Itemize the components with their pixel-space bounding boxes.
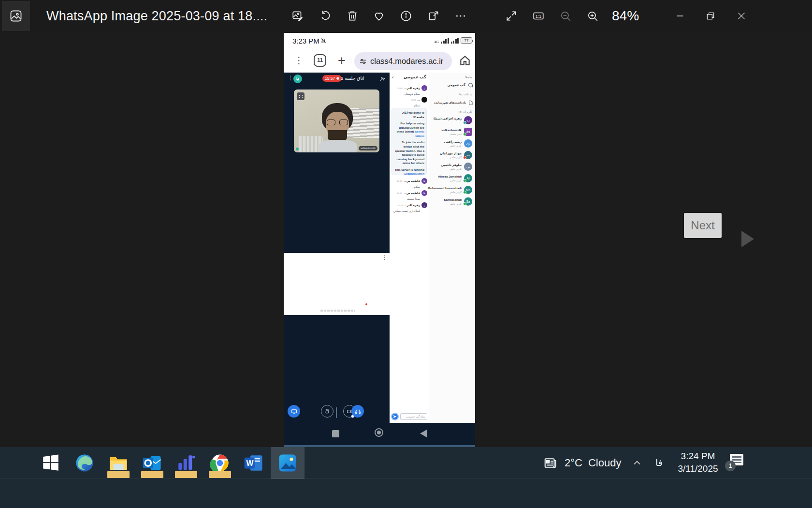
user-status-badge (463, 179, 466, 182)
bbb-options-icon[interactable]: ⋮ (288, 75, 293, 81)
chat-input-row: پیام گپ عمومی (391, 412, 427, 421)
home-glyph (459, 54, 471, 67)
welcome-paragraph: This server is running BigBlueButton. (394, 168, 424, 176)
message-time: 15:03 (410, 99, 416, 101)
send-message-button[interactable] (391, 413, 399, 420)
send-icon (393, 415, 397, 418)
close-button[interactable] (730, 0, 753, 32)
signal-icon-1 (441, 38, 449, 44)
shared-notes-item[interactable]: یادداشت‌های هم‌رسانده (431, 98, 473, 107)
webcam-name-label: esfkardousi4k (359, 146, 377, 150)
whiteboard-watermark (320, 310, 355, 312)
user-list-item[interactable]: Mo Mohammad hasanabadi کاربر حاضر (430, 185, 473, 196)
user-name: زهره اعرافی (شما) (434, 117, 462, 120)
notes-section-label: یادداشت‌ها (459, 92, 472, 96)
whiteboard-area[interactable]: ⋮ (284, 253, 390, 315)
minimize-button[interactable] (669, 0, 691, 32)
whiteboard-options-icon[interactable]: ⋮ (382, 255, 387, 260)
chat-message-input[interactable]: پیام گپ عمومی (400, 413, 427, 420)
bbb-logo-icon (293, 75, 302, 83)
note-file-icon (468, 100, 473, 105)
edit-image-button[interactable] (291, 9, 304, 23)
user-name: نیلوفر تاجمین (441, 163, 462, 166)
chat-message: فا فاطمه ص… 15:12 صدا نیست (391, 190, 427, 200)
audio-status-dot (351, 415, 354, 418)
user-avatar: زی (464, 139, 472, 148)
address-bar[interactable]: class4.modares.ac.ir (354, 52, 452, 70)
android-back-button[interactable] (420, 430, 427, 437)
expand-webcam-icon[interactable] (297, 92, 304, 100)
rotate-button[interactable] (319, 9, 332, 23)
actual-size-button[interactable]: 1:1 (532, 9, 545, 23)
hand-icon (324, 408, 330, 414)
browser-menu-icon[interactable]: ⋮ (294, 56, 304, 65)
user-status-badge (463, 133, 466, 136)
favorite-button[interactable] (372, 9, 386, 23)
public-chat-panel: ‹ گپ عمومی Welcome to اتاق جلسه 2!For he… (390, 73, 429, 423)
taskbar-weather[interactable]: 2°C Cloudy (542, 447, 621, 479)
audio-button[interactable] (351, 405, 364, 418)
tab-counter[interactable]: 11 (314, 54, 326, 67)
new-tab-icon[interactable]: + (338, 53, 346, 68)
user-list-item[interactable]: As esfkardousi4k مدیر جلسه (430, 127, 473, 138)
tray-chevron-icon[interactable] (632, 447, 642, 479)
user-list-item[interactable]: Sa Samrasanati کاربر حاضر (430, 196, 473, 208)
webcam-tile[interactable]: esfkardousi4k (294, 90, 379, 152)
clock-time: 3:24 PM (676, 450, 720, 463)
language-indicator[interactable]: فا (655, 447, 663, 479)
user-status-badge (463, 202, 466, 206)
home-icon[interactable] (459, 54, 471, 69)
message-text: سلام دوستان (391, 92, 427, 95)
taskbar-word[interactable]: W (237, 447, 271, 479)
next-arrow-icon[interactable] (741, 231, 754, 247)
user-list-item[interactable]: مه مهناز مهرابیان کاربر حاضر (430, 150, 473, 162)
taskbar-photos[interactable] (271, 447, 304, 479)
welcome-link[interactable]: tutorial videos. (415, 130, 424, 137)
phone-status-bar: 3:23 PM 4G 77 (284, 33, 475, 49)
avatar: فا (421, 178, 427, 184)
android-nav-bar (284, 423, 475, 445)
user-list-item[interactable]: زه زهره اعرافی (شما) (430, 115, 473, 127)
delete-button[interactable] (346, 9, 359, 23)
screenshare-button[interactable] (288, 405, 300, 418)
restore-button[interactable] (699, 0, 722, 32)
windows-taskbar: 2°C Cloudy فا 3:24 PM 3/11/2025 1 W (0, 447, 812, 508)
user-list-item[interactable]: نی نیلوفر تاجمین کاربر حاضر (430, 162, 473, 173)
zoom-in-button[interactable] (586, 9, 599, 23)
info-button[interactable] (399, 9, 413, 23)
chat-back-chevron-icon[interactable]: ‹ (392, 74, 394, 80)
user-list-item[interactable]: Al Alireza Jamshidi کاربر حاضر (430, 173, 473, 185)
android-recents-button[interactable] (332, 430, 339, 437)
public-chat-item[interactable]: گپ عمومی (431, 81, 473, 90)
fullscreen-button[interactable] (505, 9, 518, 23)
sender-name: … (417, 98, 420, 101)
taskbar-start[interactable] (34, 447, 68, 479)
notification-center-button[interactable]: 1 (727, 454, 743, 468)
chat-bubble-icon (467, 82, 473, 88)
raise-hand-button[interactable] (321, 405, 334, 418)
sender-name: زهره اکبر… (404, 204, 420, 207)
room-title: اتاق جلسه 2 (341, 75, 364, 81)
user-subtitle: کاربر حاضر (450, 144, 462, 147)
manage-users-icon[interactable] (380, 75, 386, 84)
sender-name: زهره اکبر… (404, 87, 420, 90)
restore-icon (706, 11, 715, 21)
battery-icon: 77 (461, 37, 472, 44)
taskbar-edge[interactable] (68, 447, 102, 479)
welcome-link[interactable]: BigBlueButton. (404, 172, 424, 175)
android-home-button[interactable] (375, 428, 383, 437)
network-type-label: 4G (435, 40, 439, 44)
phone-screenshot: 3:23 PM 4G 77 ⋮ 11 + class4.modares.ac.i… (284, 33, 475, 447)
see-more-button[interactable] (454, 9, 467, 23)
user-name: esfkardousi4k (441, 128, 462, 132)
user-name: مهناز مهرابیان (440, 151, 462, 155)
user-subtitle: مدیر جلسه (450, 133, 462, 135)
share-button[interactable] (427, 9, 440, 23)
user-subtitle: کاربر حاضر (450, 191, 462, 194)
next-button[interactable]: Next (684, 213, 722, 238)
recording-badge[interactable]: 15:57 (322, 75, 342, 82)
image-icon (9, 9, 23, 23)
taskbar-clock[interactable]: 3:24 PM 3/11/2025 (676, 450, 720, 475)
user-list-item[interactable]: زی زینب رافعی کاربر حاضر (430, 138, 473, 150)
user-subtitle: کاربر حاضر (450, 179, 462, 182)
